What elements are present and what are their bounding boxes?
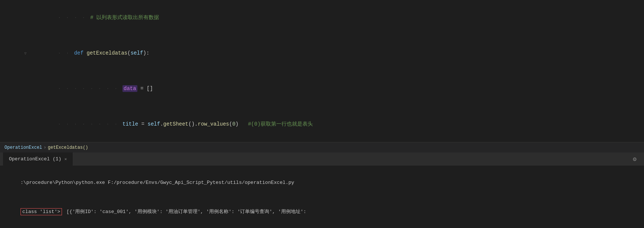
indent-3: · · · · · · · · (55, 86, 122, 92)
code-editor[interactable]: · · · · # 以列表形式读取出所有数据 ▽ · · def getExce… (0, 0, 644, 142)
tab-operation-excel[interactable]: OperationExcel (1) ✕ (3, 152, 73, 166)
code-line-1: · · · · # 以列表形式读取出所有数据 (0, 0, 644, 36)
code-line-2: ▽ · · def getExceldatas(self): (0, 36, 644, 71)
comment-1: # 以列表形式读取出所有数据 (90, 15, 159, 21)
kw-def-2: def (74, 50, 87, 56)
punc-4: = (138, 121, 147, 127)
method-4: getSheet (163, 121, 188, 127)
var-title-4: title (122, 121, 138, 127)
self-2: self (131, 50, 143, 56)
tab-close-button[interactable]: ✕ (64, 157, 67, 161)
num-4: 0 (232, 121, 235, 127)
breadcrumb-method[interactable]: getExceldatas() (48, 145, 88, 150)
tab-label: OperationExcel (1) (9, 156, 61, 162)
comment-4: #(0)获取第一行也就是表头 (239, 121, 313, 127)
terminal-tab-bar: OperationExcel (1) ✕ ⚙ (0, 152, 644, 166)
terminal-line-2: class 'list'> [{'用例ID': 'case_001', '用例模… (3, 197, 644, 227)
line-content-3: · · · · · · · · data = [] (28, 72, 644, 106)
self-4: self (147, 121, 160, 127)
terminal-output: :\procedure\Python\python.exe F:/procedu… (0, 166, 644, 228)
settings-gear-icon[interactable]: ⚙ (628, 155, 641, 163)
fn-name-2: getExceldatas (87, 50, 127, 56)
breadcrumb-class[interactable]: OperationExcel (4, 145, 42, 150)
class-list-badge: class 'list'> (21, 208, 62, 215)
editor-container: · · · · # 以列表形式读取出所有数据 ▽ · · def getExce… (0, 0, 644, 228)
code-line-4: · · · · · · · · title = self.getSheet().… (0, 107, 644, 142)
paren-4: (). (189, 121, 198, 127)
punc-3: = [] (137, 86, 153, 92)
line-content-1: · · · · # 以列表形式读取出所有数据 (28, 1, 644, 35)
line-content-4: · · · · · · · · title = self.getSheet().… (28, 107, 644, 141)
punc-4c: ) (236, 121, 239, 127)
indent-dots-1: · · · · (55, 15, 90, 21)
code-line-3: · · · · · · · · data = [] (0, 71, 644, 107)
breadcrumb-bar: OperationExcel › getExceldatas() (0, 142, 644, 152)
method-4b: row_values (198, 121, 229, 127)
punc-2: ( (127, 50, 130, 56)
fold-gutter-2[interactable]: ▽ (22, 51, 28, 56)
var-data-3: data (122, 85, 137, 92)
terminal-line-3: pageNum=1&pageSize=10&companyId=1f4b7124… (3, 227, 644, 228)
terminal-line-1: :\procedure\Python\python.exe F:/procedu… (3, 168, 644, 197)
terminal-text-1: :\procedure\Python\python.exe F:/procedu… (21, 180, 294, 185)
line-content-2: · · def getExceldatas(self): (28, 36, 644, 70)
breadcrumb-sep: › (44, 145, 46, 150)
indent-4: · · · · · · · · (55, 121, 122, 127)
punc-2b: ): (143, 50, 149, 56)
punc-4b: ( (229, 121, 232, 127)
terminal-text-2: [{'用例ID': 'case_001', '用例模块': '用油订单管理', … (63, 209, 309, 215)
indent-2: · · (55, 50, 74, 56)
